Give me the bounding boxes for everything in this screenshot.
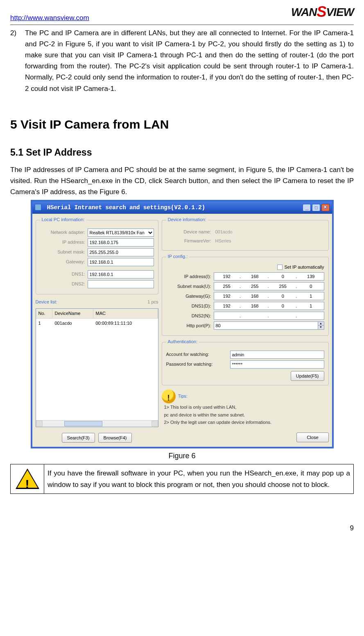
browse-button[interactable]: Browse(F4) <box>98 433 132 443</box>
list-item-2-number: 2) <box>10 27 21 94</box>
d1-oct-2[interactable]: 168 <box>242 303 268 310</box>
tip-line-2: pc and device is within the same subnet. <box>164 412 329 419</box>
sn-oct-4[interactable]: 0 <box>298 283 324 290</box>
local-pc-group: Local PC information: Network adapter: R… <box>36 216 158 294</box>
titlebar[interactable]: HSerial Intranet search and settings(V2.… <box>32 201 332 214</box>
maximize-button[interactable]: □ <box>312 204 320 211</box>
sn-oct-3[interactable]: 255 <box>270 283 296 290</box>
col-no[interactable]: No. <box>36 309 52 319</box>
auth-legend: Authentication: <box>166 338 199 346</box>
scroll-thumb[interactable] <box>64 421 102 426</box>
device-list-count: 1 pcs <box>147 299 158 306</box>
page-number: 9 <box>10 523 354 542</box>
cfg-subnet-input[interactable]: 255. 255. 255. 0 <box>214 282 324 290</box>
scroll-right-button[interactable] <box>151 421 158 426</box>
header-link[interactable]: http://www.wansview.com <box>10 12 89 23</box>
scroll-left-button[interactable] <box>36 421 43 426</box>
device-list-row[interactable]: 1 001acdo 00:00:89:11:11:10 <box>36 319 158 328</box>
auto-ip-checkbox[interactable] <box>277 265 283 270</box>
d1-oct-1[interactable]: 192 <box>214 303 240 310</box>
ip-config-legend: IP config.: <box>166 253 190 260</box>
ip-oct-2[interactable]: 168 <box>242 273 268 281</box>
brand-logo: WANSVIEW <box>291 0 354 24</box>
sn-oct-1[interactable]: 255 <box>214 283 240 290</box>
device-list-columns: No. DeviceName MAC <box>36 309 158 319</box>
gw-oct-1[interactable]: 192 <box>214 293 240 300</box>
minimize-button[interactable]: _ <box>303 204 311 211</box>
col-name[interactable]: DeviceName <box>52 309 93 319</box>
d1-oct-3[interactable]: 0 <box>270 303 296 310</box>
ip-config-group: IP config.: Set IP automatically IP addr… <box>162 253 329 336</box>
local-ip-input[interactable] <box>88 238 154 247</box>
local-dns1-label: DNS1: <box>40 271 85 278</box>
window-title: HSerial Intranet search and settings(V2.… <box>47 204 205 211</box>
device-info-group: Device information: Device name: 001acdo… <box>162 216 329 251</box>
cfg-dns1-input[interactable]: 192. 168. 0. 1 <box>214 302 324 310</box>
warning-box: ! If you have the firewall software in y… <box>10 464 354 493</box>
spin-up-icon[interactable]: ▲ <box>318 322 324 326</box>
warning-icon: ! <box>16 469 39 490</box>
local-subnet-label: Subnet mask: <box>40 249 85 256</box>
ip-oct-3[interactable]: 0 <box>270 273 296 281</box>
device-name-value: 001acdo <box>214 229 324 236</box>
section-5-heading: 5 Visit IP Camera from LAN <box>10 115 354 134</box>
cfg-gateway-input[interactable]: 192. 168. 0. 1 <box>214 292 324 300</box>
local-subnet-input[interactable] <box>88 248 154 256</box>
gw-oct-3[interactable]: 0 <box>270 293 296 300</box>
auth-group: Authentication: Account for watching: Pa… <box>162 338 329 385</box>
local-gateway-input[interactable] <box>88 258 154 266</box>
search-button[interactable]: Search(F3) <box>62 433 95 443</box>
cfg-http-label: Http port(P): <box>166 322 211 330</box>
firmware-label: FirmwareVer: <box>166 238 211 245</box>
gw-oct-4[interactable]: 1 <box>298 293 324 300</box>
page-header: http://www.wansview.com WANSVIEW <box>10 0 354 25</box>
local-dns2-input[interactable] <box>88 280 154 288</box>
device-info-legend: Device information: <box>166 216 208 224</box>
http-port-input[interactable] <box>214 321 318 330</box>
cell-name: 001acdo <box>52 319 93 328</box>
local-gateway-label: Gateway: <box>40 258 85 266</box>
device-list-legend: Device list: <box>36 299 57 306</box>
cell-no: 1 <box>36 319 52 328</box>
section-5-1-heading: 5.1 Set IP Address <box>10 145 354 160</box>
tips-legend: Tips: <box>178 393 188 400</box>
sn-oct-2[interactable]: 255 <box>242 283 268 290</box>
list-item-2: 2) The PC and IP Camera are in different… <box>10 27 354 94</box>
update-button[interactable]: Update(F5) <box>291 371 324 381</box>
cfg-dns2-label: DNS2(N): <box>166 312 211 320</box>
figure-6-caption: Figure 6 <box>10 450 354 462</box>
account-input[interactable] <box>230 351 324 359</box>
left-button-bar: Search(F3) Browse(F4) <box>36 433 158 443</box>
auto-ip-label: Set IP automatically <box>284 264 324 271</box>
cfg-dns2-input[interactable]: . . . <box>214 312 324 320</box>
spin-down-icon[interactable]: ▼ <box>318 326 324 329</box>
tip-line-3: 2> Only the legit user can update device… <box>164 419 329 426</box>
horizontal-scrollbar[interactable] <box>36 420 158 427</box>
d1-oct-4[interactable]: 1 <box>298 303 324 310</box>
cfg-subnet-label: Subnet mask(U): <box>166 283 211 290</box>
password-input[interactable] <box>230 360 324 369</box>
ip-oct-1[interactable]: 192 <box>214 273 240 281</box>
local-dns1-input[interactable] <box>88 270 154 278</box>
tip-line-1: 1> This tool is only used within LAN, <box>164 404 329 411</box>
local-dns2-label: DNS2: <box>40 281 85 288</box>
col-mac[interactable]: MAC <box>93 309 158 319</box>
window-client-area: Local PC information: Network adapter: R… <box>32 214 332 446</box>
network-adapter-select[interactable]: Realtek RTL8139/810x Fan <box>88 229 154 237</box>
firmware-value: HSeries <box>214 238 324 245</box>
close-window-button[interactable]: Close <box>296 432 328 442</box>
ip-oct-4[interactable]: 139 <box>298 273 324 281</box>
http-port-stepper[interactable]: ▲ ▼ <box>318 321 324 330</box>
logo-text-s: S <box>317 3 326 20</box>
cfg-ip-input[interactable]: 192. 168. 0. 139 <box>214 272 324 281</box>
http-port-spinner[interactable]: ▲ ▼ <box>214 321 324 330</box>
tips-icon <box>162 389 176 403</box>
gw-oct-2[interactable]: 168 <box>242 293 268 300</box>
cell-mac: 00:00:89:11:11:10 <box>93 319 158 328</box>
cfg-gateway-label: Gateway(G): <box>166 293 211 300</box>
close-button[interactable]: × <box>321 204 330 211</box>
tips-block: Tips: 1> This tool is only used within L… <box>162 389 329 427</box>
titlebar-left: HSerial Intranet search and settings(V2.… <box>35 203 206 212</box>
scroll-track[interactable] <box>43 421 151 427</box>
device-list-box[interactable]: No. DeviceName MAC 1 001acdo 00:00:89:11… <box>36 308 158 427</box>
